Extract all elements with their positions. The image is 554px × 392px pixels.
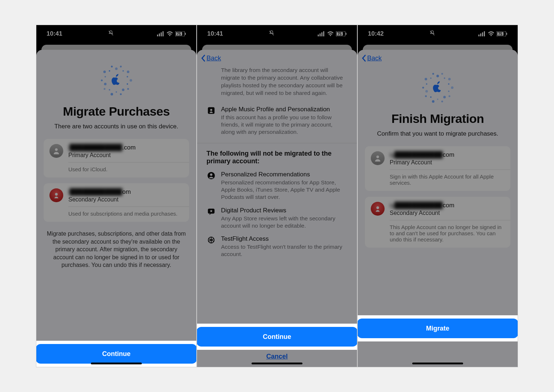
account-note: Sign in with this Apple Account for all …: [365, 170, 510, 191]
status-bar: 10:42 75: [358, 25, 518, 43]
account-note: This Apple Account can no longer be sign…: [365, 220, 510, 248]
account-note: Used for subscriptions and media purchas…: [44, 207, 189, 222]
account-email: i████████████: [68, 144, 122, 151]
battery-icon: 75: [175, 31, 186, 36]
secondary-account-card: i████████████om Secondary Account Used f…: [44, 183, 189, 222]
cellular-icon: [478, 31, 486, 36]
silent-icon: [108, 30, 114, 38]
svg-rect-10: [318, 35, 319, 36]
intro-note: The library from the secondary account w…: [221, 67, 346, 97]
modal-sheet: Migrate Purchases There are two accounts…: [36, 50, 196, 367]
svg-point-32: [376, 156, 379, 158]
svg-text:75: 75: [337, 32, 342, 36]
page-title: Migrate Purchases: [44, 104, 189, 119]
testflight-icon: [206, 235, 216, 258]
continue-button[interactable]: Continue: [36, 344, 196, 364]
item-sub: Personalized recommendations for App Sto…: [221, 179, 348, 201]
item-heading: Apple Music Profile and Personalization: [221, 106, 348, 113]
back-button[interactable]: Back: [358, 50, 518, 64]
account-note: Used for iCloud.: [44, 163, 189, 177]
svg-rect-26: [482, 32, 483, 36]
screenshot-3: 10:42 75 Back Finish Migration Confirm t…: [357, 25, 518, 367]
battery-icon: 75: [497, 31, 507, 36]
avatar: [49, 188, 63, 202]
item-heading: Digital Product Reviews: [221, 207, 348, 214]
screenshot-2: 10:41 75 Back The library from the secon…: [197, 25, 357, 367]
svg-text:75: 75: [498, 32, 502, 36]
migration-logo: [100, 64, 132, 96]
svg-rect-2: [161, 32, 162, 36]
svg-rect-1: [159, 33, 160, 36]
svg-rect-15: [346, 33, 346, 35]
status-bar: 10:41 75: [36, 25, 196, 43]
avatar: [49, 144, 63, 158]
item-sub: If this account has a profile you use to…: [221, 114, 348, 136]
home-indicator[interactable]: [252, 363, 302, 364]
explanation-text: Migrate purchases, subscriptions, and ot…: [44, 228, 189, 271]
silent-icon: [429, 30, 435, 38]
svg-rect-11: [320, 33, 321, 36]
battery-icon: 75: [336, 31, 347, 36]
primary-account-card: ig███████████com Primary Account Sign in…: [365, 146, 510, 191]
account-role: Primary Account: [390, 159, 505, 166]
modal-sheet: Back Finish Migration Confirm that you w…: [358, 50, 518, 367]
status-time: 10:42: [368, 30, 384, 37]
migration-logo: [422, 72, 454, 104]
status-bar: 10:41 75: [197, 25, 357, 43]
migrate-button[interactable]: Migrate: [358, 319, 518, 338]
account-email: ig███████████: [390, 151, 443, 158]
svg-rect-3: [162, 31, 164, 36]
cellular-icon: [157, 31, 164, 36]
wifi-icon: [327, 31, 334, 36]
svg-point-9: [55, 193, 57, 196]
account-role: Secondary Account: [390, 210, 505, 216]
status-time: 10:41: [47, 30, 62, 37]
account-role: Secondary Account: [68, 196, 183, 203]
svg-point-8: [55, 148, 57, 151]
home-indicator[interactable]: [412, 363, 463, 364]
avatar: [371, 151, 385, 165]
svg-rect-12: [321, 32, 322, 36]
svg-rect-5: [185, 33, 186, 35]
status-time: 10:41: [207, 30, 223, 37]
wifi-icon: [166, 31, 173, 36]
screenshot-1: 10:41 75 Migrate Purchases There are two…: [36, 25, 197, 367]
secondary-account-card: ig███████████com Secondary Account This …: [365, 197, 510, 248]
modal-sheet: Back The library from the secondary acco…: [197, 50, 357, 367]
page-title: Finish Migration: [365, 112, 510, 126]
svg-rect-24: [478, 35, 479, 36]
back-button[interactable]: Back: [197, 50, 357, 64]
svg-rect-27: [484, 31, 485, 36]
account-email: ig███████████: [390, 202, 443, 209]
svg-point-21: [210, 173, 212, 176]
home-indicator[interactable]: [91, 363, 142, 364]
svg-point-19: [210, 109, 212, 111]
page-subtitle: There are two accounts in use on this de…: [44, 123, 189, 130]
continue-button[interactable]: Continue: [197, 327, 357, 347]
cellular-icon: [318, 31, 325, 36]
account-role: Primary Account: [68, 152, 183, 159]
item-sub: Access to TestFlight won't transfer to t…: [221, 243, 348, 258]
item-heading: Personalized Recommendations: [221, 171, 348, 178]
svg-point-33: [376, 207, 379, 209]
music-profile-icon: [206, 106, 216, 136]
svg-rect-13: [323, 31, 324, 36]
silent-icon: [269, 30, 274, 38]
back-label: Back: [206, 55, 221, 62]
person-icon: [206, 171, 216, 201]
star-bubble-icon: [206, 207, 216, 229]
svg-rect-0: [157, 35, 158, 36]
back-label: Back: [367, 55, 382, 62]
page-subtitle: Confirm that you want to migrate purchas…: [365, 130, 510, 137]
svg-text:75: 75: [177, 32, 181, 36]
item-heading: TestFlight Access: [221, 235, 348, 243]
wifi-icon: [488, 31, 494, 36]
account-email: i████████████: [68, 188, 122, 195]
item-sub: Any App Store reviews left with the seco…: [221, 215, 348, 229]
svg-rect-29: [506, 33, 507, 35]
avatar: [371, 202, 385, 216]
primary-account-card: i████████████.com Primary Account Used f…: [44, 139, 189, 177]
section-title: The following will not be migrated to th…: [204, 145, 350, 167]
svg-rect-25: [480, 33, 481, 36]
